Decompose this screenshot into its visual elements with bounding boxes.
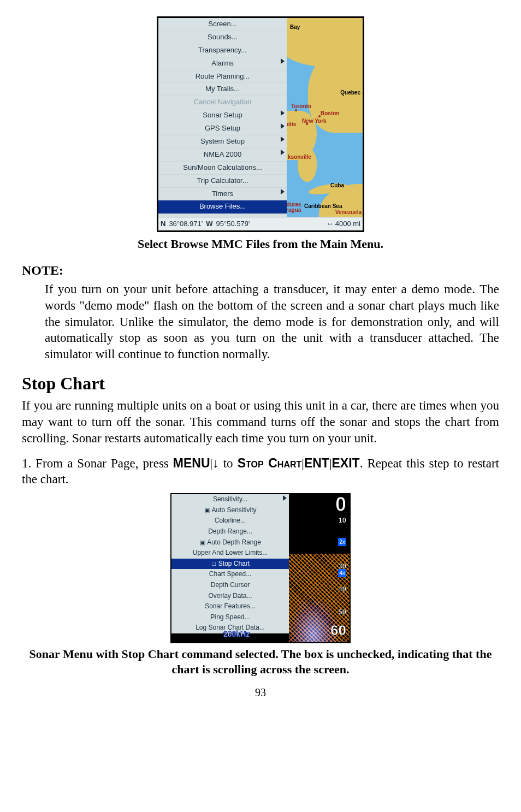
- map-label-boston: Boston: [321, 110, 339, 117]
- menu-item-upper-lower-limits[interactable]: Upper And Lower Limits...: [171, 548, 289, 559]
- screenshot-sonar-menu: Sensitivity... Auto Sensitivity Colorlin…: [170, 493, 351, 643]
- menu-item-sonar-features[interactable]: Sonar Features...: [171, 601, 289, 612]
- chevron-right-icon: [281, 123, 285, 129]
- map-label-ksonville: ksonville: [288, 153, 311, 161]
- frequency-label: 200kHz: [223, 629, 250, 639]
- map-label-toronto: Toronto: [291, 103, 311, 110]
- menu-item-ping-speed[interactable]: Ping Speed...: [171, 612, 289, 623]
- depth-tick: 40: [339, 585, 346, 594]
- menu-item-sounds[interactable]: Sounds...: [158, 31, 287, 44]
- menu-item-label: Colorline...: [215, 517, 246, 524]
- map-label-venezuela: Venezuela: [335, 209, 362, 216]
- menu-item-depth-range[interactable]: Depth Range...: [171, 526, 289, 537]
- depth-tick: 50: [339, 608, 346, 617]
- chevron-right-icon: [281, 58, 285, 64]
- menu-item-label: System Setup: [200, 137, 245, 145]
- menu-item-system-setup[interactable]: System Setup: [158, 135, 287, 149]
- menu-item-label: Alarms: [211, 59, 233, 67]
- key-ent: ENT: [304, 456, 329, 470]
- chevron-right-icon: [281, 137, 285, 142]
- status-w: W: [206, 220, 212, 229]
- key-stop-chart: Stop Chart: [238, 456, 302, 470]
- menu-item-my-trails[interactable]: My Trails...: [158, 83, 287, 96]
- menu-item-nmea-2000[interactable]: NMEA 2000: [158, 149, 287, 162]
- menu-item-label: Transparency...: [198, 46, 247, 54]
- menu-item-label: Stop Chart: [218, 560, 250, 567]
- menu-item-label: Screen...: [208, 20, 236, 28]
- menu-item-label: Upper And Lower Limits...: [193, 549, 268, 556]
- speed-badge-2x: 2x: [338, 538, 346, 546]
- chevron-right-icon: [281, 150, 285, 155]
- menu-item-depth-cursor[interactable]: Depth Cursor: [171, 580, 289, 591]
- menu-item-label: Chart Speed...: [209, 570, 251, 578]
- menu-item-cancel-navigation: Cancel Navigation: [158, 96, 287, 109]
- menu-item-label: Depth Cursor: [211, 581, 250, 589]
- status-distance: 4000 mi: [326, 220, 360, 229]
- chevron-right-icon: [281, 110, 285, 116]
- menu-item-gps-setup[interactable]: GPS Setup: [158, 122, 287, 135]
- status-bar: N 36°08.971' W 95°50.579' 4000 mi: [158, 217, 363, 230]
- depth-tick: 10: [339, 516, 346, 525]
- menu-item-route-planning[interactable]: Route Planning...: [158, 70, 287, 84]
- menu-item-label: Cancel Navigation: [194, 98, 252, 106]
- chevron-right-icon: [283, 495, 287, 501]
- menu-item-label: Sounds...: [208, 33, 238, 41]
- menu-item-transparency[interactable]: Transparency...: [158, 44, 287, 57]
- menu-item-trip-calculator[interactable]: Trip Calculator...: [158, 175, 287, 188]
- menu-item-auto-sensitivity[interactable]: Auto Sensitivity: [171, 505, 289, 516]
- menu-item-sun-moon[interactable]: Sun/Moon Calculations...: [158, 162, 287, 175]
- menu-item-label: Auto Depth Range: [207, 538, 261, 546]
- page-number: 93: [22, 685, 499, 700]
- main-menu-panel: Screen... Sounds... Transparency... Alar…: [158, 18, 287, 217]
- figure-map-menu: Screen... Sounds... Transparency... Alar…: [22, 16, 499, 232]
- map-canvas: Bay Quebec Toronto Boston New York olis …: [287, 18, 363, 217]
- menu-item-timers[interactable]: Timers: [158, 188, 287, 201]
- menu-item-label: Timers: [212, 189, 233, 198]
- key-menu: MENU: [173, 456, 210, 470]
- menu-item-label: Trip Calculator...: [197, 176, 248, 185]
- menu-item-label: NMEA 2000: [204, 150, 241, 158]
- section-step: 1. From a Sonar Page, press MENU|↓ to St…: [22, 455, 499, 488]
- step-text: |↓ to: [210, 457, 238, 470]
- menu-item-stop-chart[interactable]: Stop Chart: [171, 559, 289, 570]
- menu-item-alarms[interactable]: Alarms: [158, 57, 287, 70]
- menu-item-screen[interactable]: Screen...: [158, 18, 287, 31]
- section-heading: Stop Chart: [22, 372, 499, 395]
- menu-item-label: My Trails...: [205, 85, 240, 93]
- note-heading: NOTE:: [22, 262, 499, 279]
- menu-item-label: Overlay Data...: [208, 592, 252, 600]
- depth-scale: 0 10 20 2x 30 4x 40 50 60: [331, 495, 347, 640]
- menu-item-browse-files[interactable]: Browse Files...: [158, 200, 287, 214]
- map-label-cuba: Cuba: [330, 182, 344, 189]
- menu-item-label: GPS Setup: [205, 124, 240, 132]
- section-paragraph: If you are running multiple units on a b…: [22, 398, 499, 447]
- map-city-dot: [295, 109, 297, 111]
- menu-item-label: Sensitivity...: [213, 495, 247, 503]
- status-lat: 36°08.971': [169, 220, 203, 229]
- map-label-nicaragua: Nicaragua: [287, 206, 301, 214]
- menu-item-chart-speed[interactable]: Chart Speed...: [171, 569, 289, 580]
- menu-item-label: Ping Speed...: [210, 613, 250, 621]
- menu-item-sensitivity[interactable]: Sensitivity...: [171, 494, 289, 505]
- menu-item-sonar-setup[interactable]: Sonar Setup: [158, 109, 287, 122]
- map-label-olis: olis: [287, 121, 296, 128]
- map-city-dot: [306, 123, 308, 125]
- menu-item-colorline[interactable]: Colorline...: [171, 515, 289, 526]
- menu-item-label: Sun/Moon Calculations...: [183, 163, 262, 171]
- screenshot-map-menu: Screen... Sounds... Transparency... Alar…: [157, 16, 364, 232]
- depth-tick: 60: [330, 621, 346, 640]
- figure1-caption: Select Browse MMC Files from the Main Me…: [22, 236, 499, 252]
- step-text: 1. From a Sonar Page, press: [22, 457, 173, 470]
- menu-item-auto-depth-range[interactable]: Auto Depth Range: [171, 537, 289, 548]
- menu-item-label: Depth Range...: [208, 527, 252, 535]
- menu-item-overlay-data[interactable]: Overlay Data...: [171, 591, 289, 602]
- status-n: N: [161, 220, 165, 229]
- status-lon: 95°50.579': [216, 220, 250, 229]
- menu-item-label: Browse Files...: [199, 202, 246, 210]
- sonar-menu-panel: Sensitivity... Auto Sensitivity Colorlin…: [171, 494, 289, 633]
- key-exit: EXIT: [332, 456, 360, 470]
- map-label-quebec: Quebec: [340, 89, 360, 96]
- depth-top: 0: [335, 494, 346, 518]
- menu-item-label: Sonar Setup: [203, 111, 242, 119]
- menu-item-label: Sonar Features...: [205, 602, 256, 610]
